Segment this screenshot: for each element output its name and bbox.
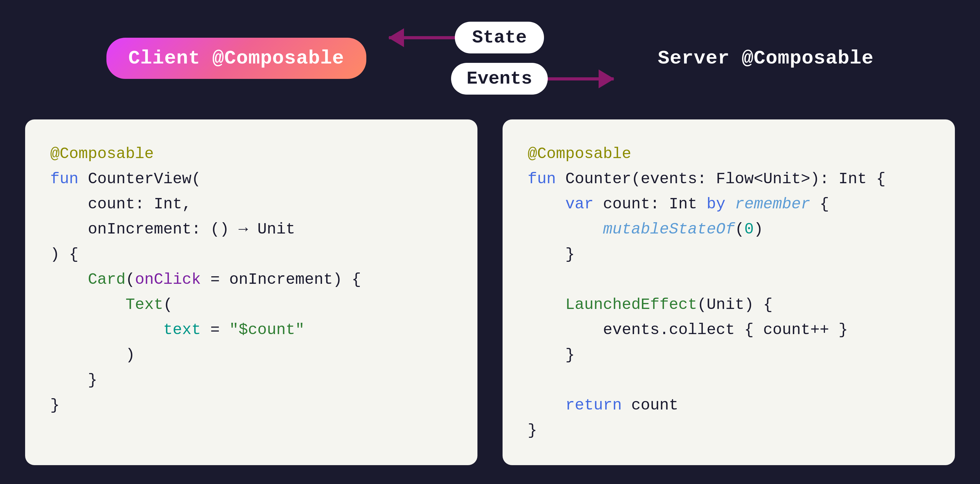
server-zero: 0 xyxy=(744,220,754,238)
server-return-kw: return xyxy=(565,396,622,414)
server-code-card: @Composable fun Counter(events: Flow<Uni… xyxy=(503,120,955,465)
server-return-val: count xyxy=(622,396,678,414)
state-pill: State xyxy=(455,22,544,53)
server-annotation: @Composable xyxy=(528,145,631,163)
client-code-card: @Composable fun CounterView( count: Int,… xyxy=(25,120,477,465)
client-card-kw: Card xyxy=(88,271,126,289)
server-remember-kw: remember xyxy=(735,195,810,213)
client-annotation: @Composable xyxy=(50,145,154,163)
client-fun-name: CounterView( xyxy=(88,170,201,188)
diagram-section: Client @Composable State Events Server @… xyxy=(25,19,955,97)
client-onclick-kw: onClick xyxy=(135,271,201,289)
server-fun-close: } xyxy=(528,422,537,439)
server-var-kw: var xyxy=(565,195,593,213)
server-code-block: @Composable fun Counter(events: Flow<Uni… xyxy=(528,141,930,443)
client-fun-kw: fun xyxy=(50,170,78,188)
server-label: Server @Composable xyxy=(658,47,873,69)
server-launched-close: } xyxy=(565,346,575,364)
code-section: @Composable fun CounterView( count: Int,… xyxy=(25,120,955,465)
server-mutablestate-kw: mutableStateOf xyxy=(603,220,735,238)
client-string-val: "$count" xyxy=(229,321,304,339)
state-arrow-row: State xyxy=(389,22,610,53)
client-param-count: count: Int, xyxy=(88,195,191,213)
server-fun-sig: Counter(events: Flow<Unit>): Int { xyxy=(565,170,886,188)
client-code-block: @Composable fun CounterView( count: Int,… xyxy=(50,141,452,418)
client-param-onincrement: onIncrement: () → Unit xyxy=(88,220,295,238)
client-brace-open: ) { xyxy=(50,246,78,264)
server-collect-line: events.collect { count++ } xyxy=(603,321,848,339)
server-fun-kw: fun xyxy=(528,170,556,188)
server-remember-close: } xyxy=(565,246,575,264)
events-pill: Events xyxy=(451,63,548,94)
client-text-close: ) xyxy=(126,346,135,364)
client-label: Client @Composable xyxy=(128,47,344,69)
client-text-param: text xyxy=(163,321,201,339)
server-var-decl: count: Int xyxy=(593,195,706,213)
client-fun-close: } xyxy=(50,396,60,414)
server-launched-kw: LaunchedEffect xyxy=(565,296,697,314)
client-badge: Client @Composable xyxy=(107,38,366,79)
server-by-kw: by xyxy=(706,195,725,213)
client-card-close: } xyxy=(88,371,97,389)
events-arrow-row: Events xyxy=(385,63,614,94)
arrows-labels: State Events xyxy=(385,22,614,94)
client-text-kw: Text xyxy=(126,296,163,314)
